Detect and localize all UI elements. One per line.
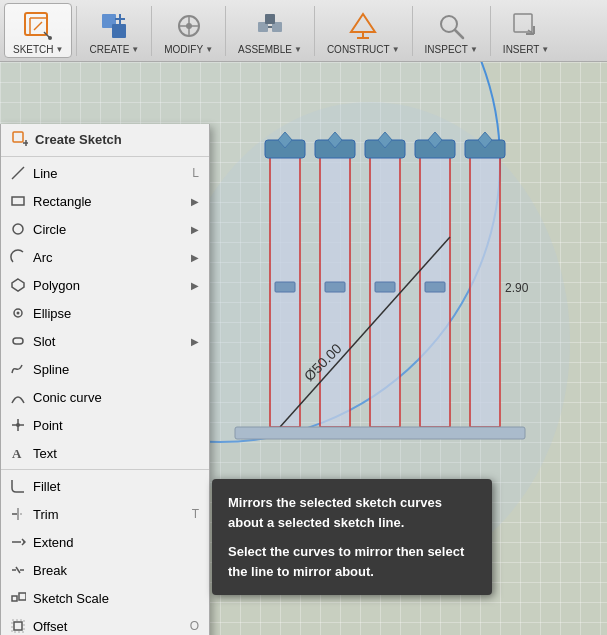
svg-marker-18 [351,14,375,32]
spline-label: Spline [33,362,199,377]
trim-shortcut: T [192,507,199,521]
line-shortcut: L [192,166,199,180]
menu-item-trim[interactable]: Trim T [1,500,209,528]
tooltip-title: Mirrors the selected sketch curves about… [228,493,476,532]
menu-item-break[interactable]: Break [1,556,209,584]
tooltip-body: Select the curves to mirror then select … [228,542,476,581]
circle-arrow: ▶ [191,224,199,235]
arc-arrow: ▶ [191,252,199,263]
svg-point-60 [17,312,20,315]
sketch-dropdown-arrow: ▼ [56,45,64,54]
menu-item-fillet[interactable]: Fillet [1,472,209,500]
svg-rect-76 [12,596,17,601]
create-sketch-icon [11,130,29,148]
line-label: Line [33,166,184,181]
svg-rect-48 [275,282,295,292]
svg-line-75 [16,567,20,573]
svg-marker-58 [12,279,24,291]
assemble-icon [252,8,288,44]
menu-item-sketch-scale[interactable]: Sketch Scale [1,584,209,612]
break-icon [9,561,27,579]
menu-item-polygon[interactable]: Polygon ▶ [1,271,209,299]
insert-label: INSERT ▼ [503,44,549,55]
slot-label: Slot [33,334,187,349]
polygon-icon [9,276,27,294]
svg-point-13 [186,23,192,29]
slot-icon [9,332,27,350]
toolbar-inspect-button[interactable]: INSPECT ▼ [417,4,486,57]
svg-line-55 [12,167,24,179]
toolbar-construct-button[interactable]: CONSTRUCT ▼ [319,4,408,57]
svg-rect-23 [514,14,532,32]
conic-icon [9,388,27,406]
fillet-label: Fillet [33,479,199,494]
extend-label: Extend [33,535,199,550]
inspect-icon [433,8,469,44]
menu-item-extend[interactable]: Extend [1,528,209,556]
menu-item-slot[interactable]: Slot ▶ [1,327,209,355]
canvas-area: Ø50.00 2.90 Create Sketch [0,62,607,635]
svg-rect-78 [14,622,22,630]
sketch-scale-icon [9,589,27,607]
menu-item-point[interactable]: Point [1,411,209,439]
construct-icon [345,8,381,44]
separator-6 [490,6,491,56]
rectangle-label: Rectangle [33,194,187,209]
toolbar-modify-button[interactable]: MODIFY ▼ [156,4,221,57]
menu-item-rectangle[interactable]: Rectangle ▶ [1,187,209,215]
menu-item-line[interactable]: Line L [1,159,209,187]
sketch-scale-label: Sketch Scale [33,591,199,606]
sketch-label: SKETCH ▼ [13,44,63,55]
modify-icon [171,8,207,44]
line-icon [9,164,27,182]
text-icon: A [9,444,27,462]
separator-2 [151,6,152,56]
toolbar-insert-button[interactable]: INSERT ▼ [495,4,557,57]
ellipse-icon [9,304,27,322]
svg-rect-77 [19,593,26,600]
toolbar-sketch-button[interactable]: SKETCH ▼ [4,3,72,58]
svg-rect-16 [265,14,275,24]
ellipse-label: Ellipse [33,306,199,321]
svg-rect-47 [235,427,525,439]
assemble-dropdown-arrow: ▼ [294,45,302,54]
menu-create-sketch[interactable]: Create Sketch [1,124,209,154]
svg-rect-51 [425,282,445,292]
separator-4 [314,6,315,56]
svg-rect-50 [375,282,395,292]
arc-label: Arc [33,250,187,265]
menu-item-offset[interactable]: Offset O [1,612,209,635]
menu-item-text[interactable]: A Text [1,439,209,467]
menu-item-arc[interactable]: Arc ▶ [1,243,209,271]
trim-label: Trim [33,507,184,522]
extend-icon [9,533,27,551]
polygon-label: Polygon [33,278,187,293]
menu-item-spline[interactable]: Spline [1,355,209,383]
svg-point-57 [13,224,23,234]
menu-item-ellipse[interactable]: Ellipse [1,299,209,327]
trim-icon [9,505,27,523]
menu-sep-2 [1,469,209,470]
point-icon [9,416,27,434]
circle-icon [9,220,27,238]
polygon-arrow: ▶ [191,280,199,291]
toolbar: SKETCH ▼ CREATE ▼ [0,0,607,62]
svg-text:2.90: 2.90 [505,281,529,295]
offset-label: Offset [33,619,182,634]
spline-icon [9,360,27,378]
menu-item-conic[interactable]: Conic curve [1,383,209,411]
menu-sep-1 [1,156,209,157]
circle-label: Circle [33,222,187,237]
rectangle-icon [9,192,27,210]
svg-rect-0 [25,13,47,35]
svg-rect-33 [470,147,500,427]
construct-label: CONSTRUCT ▼ [327,44,400,55]
toolbar-assemble-button[interactable]: ASSEMBLE ▼ [230,4,310,57]
svg-rect-61 [13,338,23,344]
toolbar-create-button[interactable]: CREATE ▼ [81,4,147,57]
svg-rect-52 [13,132,23,142]
svg-point-64 [16,423,20,427]
svg-text:A: A [12,446,22,461]
menu-item-circle[interactable]: Circle ▶ [1,215,209,243]
create-dropdown-arrow: ▼ [131,45,139,54]
